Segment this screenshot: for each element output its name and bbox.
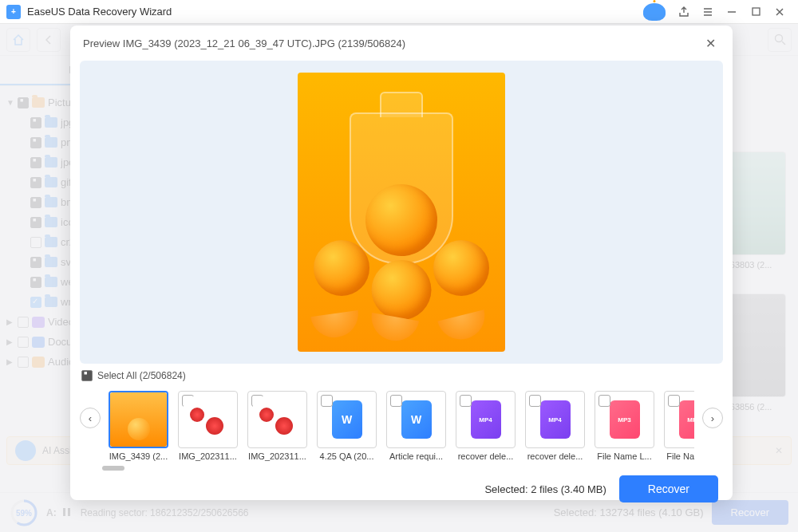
- strip-prev-button[interactable]: ‹: [80, 408, 101, 428]
- preview-image: [298, 73, 505, 352]
- app-title: EaseUS Data Recovery Wizard: [27, 6, 637, 18]
- select-all-checkbox[interactable]: [81, 370, 93, 381]
- mp4-file-icon: MP4: [471, 400, 501, 439]
- strip-label: File Name L...: [664, 451, 694, 461]
- strip-thumb[interactable]: MP3: [595, 391, 654, 448]
- word-file-icon: W: [401, 400, 432, 439]
- item-checkbox[interactable]: [529, 395, 541, 407]
- strip-item[interactable]: W 4.25 QA (20...: [317, 391, 377, 461]
- strip-thumb[interactable]: MP4: [525, 391, 585, 448]
- modal-selected-summary: Selected: 2 files (3.40 MB): [484, 483, 606, 495]
- strip-label: 4.25 QA (20...: [317, 451, 377, 461]
- strip-label: Article requi...: [386, 451, 446, 461]
- photo-thumb-icon: [253, 396, 302, 443]
- strip-label: IMG_202311...: [247, 451, 307, 461]
- preview-stage: [80, 61, 723, 364]
- modal-recover-button[interactable]: Recover: [619, 475, 718, 502]
- strip-item[interactable]: MP3 File Name L...: [664, 391, 694, 461]
- thumbnail-strip: ‹ IMG_3439 (2... IMG_202311...: [70, 386, 733, 461]
- mp4-file-icon: MP4: [540, 400, 571, 439]
- share-icon[interactable]: [672, 0, 696, 24]
- strip-thumb[interactable]: [109, 391, 168, 448]
- item-checkbox[interactable]: [321, 395, 333, 407]
- svg-rect-0: [753, 8, 760, 15]
- strip-thumb[interactable]: [178, 391, 238, 448]
- mp3-file-icon: MP3: [610, 400, 640, 439]
- app-logo-icon: +: [6, 5, 21, 19]
- strip-item[interactable]: MP4 recover dele...: [456, 391, 516, 461]
- modal-title: Preview IMG_3439 (2023_12_21 06_39_47 UT…: [83, 37, 405, 49]
- assistant-icon[interactable]: [643, 3, 666, 21]
- select-all-row[interactable]: Select All (2/506824): [70, 364, 733, 386]
- strip-label: IMG_3439 (2...: [109, 451, 168, 461]
- strip-item[interactable]: MP3 File Name L...: [595, 391, 654, 461]
- strip-item[interactable]: MP4 recover dele...: [525, 391, 585, 461]
- menu-icon[interactable]: [696, 0, 720, 24]
- mp3-file-icon: MP3: [679, 400, 695, 439]
- strip-thumb[interactable]: [247, 391, 307, 448]
- word-file-icon: W: [332, 400, 362, 439]
- titlebar: + EaseUS Data Recovery Wizard: [0, 0, 798, 24]
- strip-label: File Name L...: [595, 451, 654, 461]
- maximize-button[interactable]: [744, 0, 768, 24]
- strip-item[interactable]: IMG_202311...: [247, 391, 307, 461]
- strip-thumb[interactable]: MP4: [456, 391, 516, 448]
- scrollbar-thumb[interactable]: [102, 466, 124, 471]
- modal-close-button[interactable]: ✕: [701, 33, 720, 53]
- item-checkbox[interactable]: [668, 395, 680, 407]
- minimize-button[interactable]: [720, 0, 744, 24]
- strip-label: recover dele...: [456, 451, 516, 461]
- strip-label: recover dele...: [525, 451, 585, 461]
- preview-modal: Preview IMG_3439 (2023_12_21 06_39_47 UT…: [70, 26, 733, 500]
- item-checkbox[interactable]: [598, 395, 610, 407]
- item-checkbox[interactable]: [390, 395, 402, 407]
- strip-item[interactable]: IMG_3439 (2...: [109, 391, 168, 461]
- strip-next-button[interactable]: ›: [702, 408, 723, 428]
- strip-item[interactable]: W Article requi...: [386, 391, 446, 461]
- select-all-label: Select All (2/506824): [97, 370, 186, 381]
- strip-item[interactable]: IMG_202311...: [178, 391, 238, 461]
- close-button[interactable]: [768, 0, 792, 24]
- strip-thumb[interactable]: W: [317, 391, 377, 448]
- item-checkbox[interactable]: [460, 395, 472, 407]
- photo-thumb-icon: [184, 396, 233, 443]
- strip-thumb[interactable]: MP3: [664, 391, 694, 448]
- photo-thumb-icon: [110, 392, 167, 447]
- strip-thumb[interactable]: W: [386, 391, 446, 448]
- strip-label: IMG_202311...: [178, 451, 238, 461]
